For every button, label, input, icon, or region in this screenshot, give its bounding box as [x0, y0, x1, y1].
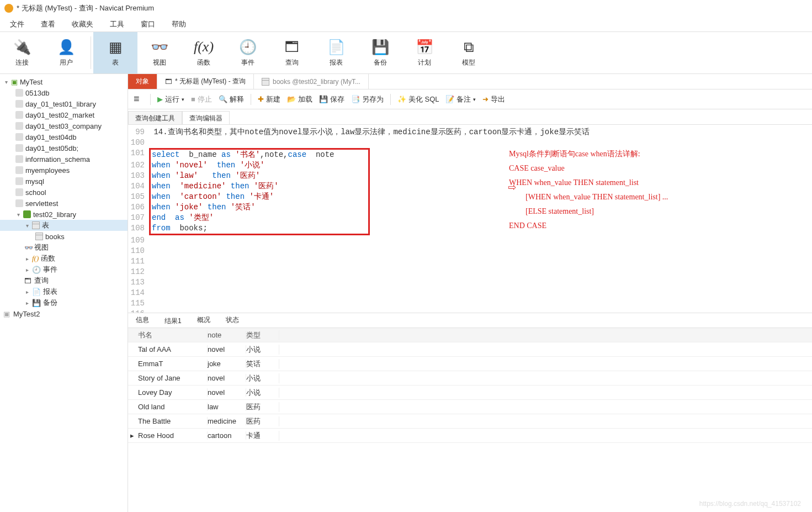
res-tab-status[interactable]: 状态 — [218, 313, 247, 328]
toolbar-模型[interactable]: ⧉模型 — [447, 32, 491, 73]
sidebar[interactable]: ▾▣MyTest 0513dbday_01_test01_libraryday0… — [0, 74, 128, 512]
database-icon — [15, 100, 23, 108]
toolbar-icon: 🗔 — [283, 38, 301, 56]
res-tab-info[interactable]: 信息 — [128, 313, 157, 328]
conn-mytest2[interactable]: ▣MyTest2 — [0, 308, 128, 319]
res-tab-profile[interactable]: 概况 — [189, 313, 218, 328]
toolbar-icon: 🔌 — [13, 38, 31, 56]
res-tab-result1[interactable]: 结果1 — [157, 313, 189, 328]
table-row[interactable]: Story of Janenovel小说 — [128, 371, 812, 386]
db-mysql[interactable]: mysql — [0, 176, 128, 187]
toolbar-icon: 🕘 — [239, 38, 257, 56]
toolbar-备份[interactable]: 💾备份 — [358, 32, 402, 73]
menu-fav[interactable]: 收藏夹 — [72, 19, 93, 29]
result-tabs: 信息 结果1 概况 状态 — [128, 313, 812, 328]
export-button[interactable]: ➜导出 — [482, 94, 505, 104]
tab-query[interactable]: 🗔* 无标题 (MyTest) - 查询 — [157, 74, 254, 89]
explain-button[interactable]: 🔍解释 — [219, 94, 244, 104]
toolbar-表[interactable]: ▦表 — [93, 32, 137, 73]
database-icon — [15, 188, 23, 196]
toolbar-icon: 👤 — [57, 38, 75, 56]
toolbar-查询[interactable]: 🗔查询 — [270, 32, 314, 73]
menubar: 文件 查看 收藏夹 工具 窗口 帮助 — [0, 17, 812, 32]
tables-node[interactable]: ▾表 — [0, 220, 128, 231]
table-row[interactable]: Old landlaw医药 — [128, 400, 812, 414]
toolbar-函数[interactable]: f(x)函数 — [182, 32, 226, 73]
menu-window[interactable]: 窗口 — [141, 19, 155, 29]
toolbar-icon: 📄 — [327, 38, 345, 56]
hamburger-icon[interactable] — [134, 93, 144, 105]
table-row[interactable]: EmmaTjoke笑话 — [128, 357, 812, 371]
toolbar-icon: 📅 — [416, 38, 433, 56]
table-row[interactable]: Lovey Daynovel小说 — [128, 386, 812, 400]
toolbar-视图[interactable]: 👓视图 — [137, 32, 182, 73]
tab-objects[interactable]: 对象 — [128, 74, 157, 89]
subtab-builder[interactable]: 查询创建工具 — [128, 111, 182, 124]
event-node[interactable]: ▸🕘事件 — [0, 264, 128, 275]
sql-editor[interactable]: ⇨ Mysql条件判断语句case when语法详解: CASE case_va… — [128, 125, 812, 313]
query-toolbar: ▶运行▾ ■停止 🔍解释 ✚新建 📂加载 💾保存 📑另存为 ✨美化 SQL 📝备… — [128, 89, 812, 109]
db-day01_test02_market[interactable]: day01_test02_market — [0, 109, 128, 120]
toolbar-用户[interactable]: 👤用户 — [44, 32, 88, 73]
run-button[interactable]: ▶运行▾ — [157, 94, 184, 104]
table-books[interactable]: books — [0, 231, 128, 242]
toolbar-icon: 👓 — [151, 38, 168, 56]
table-row[interactable]: The Battlemedicine医药 — [128, 414, 812, 429]
db-school[interactable]: school — [0, 187, 128, 198]
func-node[interactable]: ▸f()函数 — [0, 253, 128, 264]
backup-node[interactable]: ▸💾备份 — [0, 297, 128, 308]
watermark: https://blog.csdn.net/qq_41537102 — [699, 500, 801, 508]
db-test02-library[interactable]: ▾test02_library — [0, 209, 128, 220]
table-row[interactable]: ▸Rose Hoodcartoon卡通 — [128, 429, 812, 443]
app-icon — [4, 4, 13, 13]
database-icon — [15, 155, 23, 163]
stop-button[interactable]: ■停止 — [191, 94, 212, 104]
db-myemployees[interactable]: myemployees — [0, 165, 128, 176]
toolbar-icon: ⧉ — [460, 38, 477, 56]
toolbar-报表[interactable]: 📄报表 — [314, 32, 358, 73]
db-servlettest[interactable]: servlettest — [0, 198, 128, 209]
database-icon — [15, 177, 23, 185]
result-grid[interactable]: 书名note类型Tal of AAAnovel小说EmmaTjoke笑话Stor… — [128, 328, 812, 443]
conn-mytest[interactable]: ▾▣MyTest — [0, 76, 128, 87]
saveas-button[interactable]: 📑另存为 — [351, 94, 384, 104]
database-icon — [15, 89, 23, 97]
tabbar: 对象 🗔* 无标题 (MyTest) - 查询 books @test02_li… — [128, 74, 812, 89]
report-node[interactable]: ▸📄报表 — [0, 286, 128, 297]
menu-tools[interactable]: 工具 — [110, 19, 124, 29]
load-button[interactable]: 📂加载 — [287, 94, 312, 104]
new-button[interactable]: ✚新建 — [258, 94, 280, 104]
views-node[interactable]: 👓视图 — [0, 242, 128, 253]
db-day01_test05db;[interactable]: day01_test05db; — [0, 142, 128, 154]
main-toolbar: 🔌连接👤用户▦表👓视图f(x)函数🕘事件🗔查询📄报表💾备份📅计划⧉模型 — [0, 32, 812, 74]
annotation: Mysql条件判断语句case when语法详解: CASE case_valu… — [509, 147, 668, 233]
query-node[interactable]: 🗔查询 — [0, 275, 128, 286]
titlebar: * 无标题 (MyTest) - 查询 - Navicat Premium — [0, 0, 812, 17]
window-title: * 无标题 (MyTest) - 查询 - Navicat Premium — [17, 3, 154, 13]
menu-help[interactable]: 帮助 — [172, 19, 186, 29]
toolbar-计划[interactable]: 📅计划 — [402, 32, 447, 73]
database-icon — [15, 111, 23, 119]
subtab-editor[interactable]: 查询编辑器 — [182, 111, 230, 124]
database-icon — [15, 166, 23, 174]
save-button[interactable]: 💾保存 — [319, 94, 344, 104]
db-day01_test03_company[interactable]: day01_test03_company — [0, 120, 128, 131]
database-icon — [15, 122, 23, 130]
toolbar-icon: ▦ — [107, 38, 124, 56]
table-row[interactable]: Tal of AAAnovel小说 — [128, 342, 812, 357]
database-icon — [15, 199, 23, 207]
toolbar-icon: 💾 — [371, 38, 389, 56]
database-icon — [15, 144, 23, 152]
db-day_01_test01_library[interactable]: day_01_test01_library — [0, 98, 128, 109]
toolbar-事件[interactable]: 🕘事件 — [226, 32, 270, 73]
beautify-button[interactable]: ✨美化 SQL — [397, 94, 439, 104]
tab-books[interactable]: books @test02_library (MyT... — [254, 74, 369, 89]
toolbar-连接[interactable]: 🔌连接 — [0, 32, 44, 73]
menu-view[interactable]: 查看 — [41, 19, 55, 29]
menu-file[interactable]: 文件 — [10, 19, 24, 29]
db-information_schema[interactable]: information_schema — [0, 154, 128, 165]
db-0513db[interactable]: 0513db — [0, 87, 128, 98]
note-button[interactable]: 📝备注▾ — [445, 94, 476, 104]
toolbar-icon: f(x) — [195, 38, 213, 56]
db-day01_test04db[interactable]: day01_test04db — [0, 131, 128, 142]
